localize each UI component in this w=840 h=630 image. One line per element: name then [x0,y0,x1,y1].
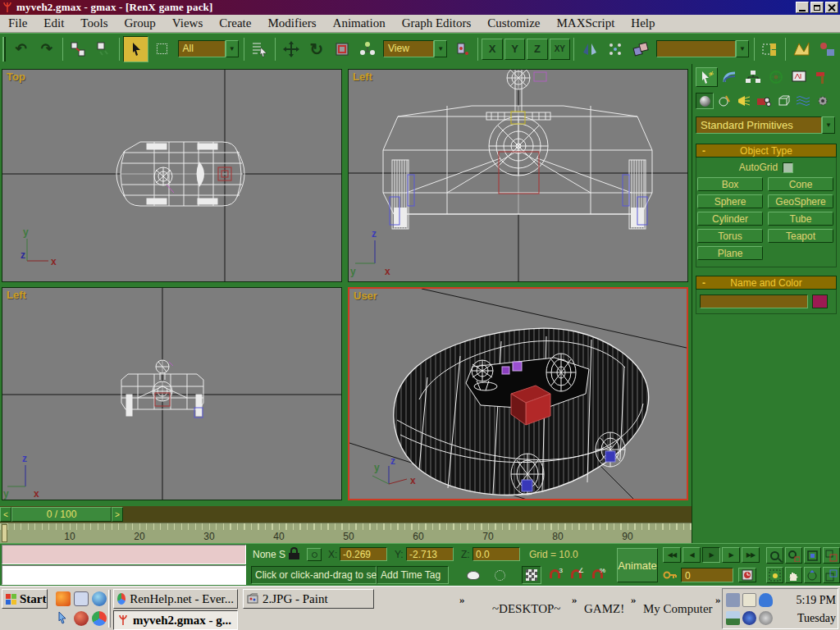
tray-clock-icon[interactable] [742,611,756,625]
autogrid-checkbox[interactable] [783,162,793,173]
viewport-label-user[interactable]: User [354,290,377,302]
menu-item-modifiers[interactable]: Modifiers [259,16,324,30]
mail-icon[interactable] [74,591,89,606]
select-and-manipulate-button[interactable] [356,37,380,62]
menu-item-edit[interactable]: Edit [35,16,72,30]
zoom-extents-button[interactable] [804,547,821,564]
tray-speaker-icon[interactable] [759,611,773,625]
close-button[interactable] [825,2,838,13]
zoom-button[interactable] [766,547,783,564]
viewport-left-lower-canvas[interactable]: z y x [2,288,341,500]
animate-button[interactable]: Animate [617,548,658,582]
frame-back-button[interactable]: < [0,507,11,522]
rectangular-selection-region-button[interactable] [150,37,174,62]
category-spacewarps-button[interactable] [794,93,812,109]
zoom-all-button[interactable] [785,547,802,564]
viewport-label-left-upper[interactable]: Left [353,71,372,83]
zoom-extents-all-button[interactable] [823,547,840,564]
toolbar-chevron[interactable]: » [459,593,465,606]
plane-button[interactable]: Plane [697,246,763,260]
tube-button[interactable]: Tube [768,212,833,226]
menu-item-graph-editors[interactable]: Graph Editors [394,16,480,30]
maxscript-mini-listener-pink[interactable] [2,545,246,564]
time-configuration-button[interactable] [738,568,756,582]
viewport-left-lower[interactable]: z y x Left [2,287,342,500]
sphere-button[interactable]: Sphere [697,194,763,208]
dropdown-arrow-icon[interactable]: ▼ [736,40,749,57]
menu-item-animation[interactable]: Animation [325,16,394,30]
menu-item-maxscript[interactable]: MAXScript [548,16,623,30]
select-and-link-icon[interactable] [66,37,90,62]
tab-motion[interactable] [765,67,787,87]
selection-lock-icon[interactable] [289,547,299,560]
select-by-name-button[interactable] [248,37,272,62]
restrict-z-button[interactable]: Z [527,39,547,60]
curve-editor-button[interactable] [789,37,813,62]
menu-item-help[interactable]: Help [623,16,663,30]
gamz-toolbar-label[interactable]: GAMZ! [584,602,624,616]
wheel-rear-right-wireframe[interactable] [596,432,625,467]
mirror-button[interactable] [578,37,601,62]
tab-create[interactable] [696,67,718,87]
primitive-category-dropdown[interactable]: Standard Primitives ▼ [696,116,835,134]
viewport-label-top[interactable]: Top [7,71,25,83]
task-button-paint[interactable]: 2.JPG - Paint [243,589,374,609]
reference-coordinate-dropdown[interactable]: View ▼ [383,40,447,57]
collapse-icon[interactable]: - [696,277,711,289]
toolbar-chevron[interactable]: » [715,593,721,606]
viewport-user-canvas[interactable]: y z x [349,289,687,499]
taskbar-divider[interactable] [108,590,111,628]
unlink-selection-icon[interactable] [92,37,116,62]
task-button-gmax-active[interactable]: myveh2.gmax - g... [113,610,238,630]
current-frame-field[interactable]: 0 [681,568,733,582]
tray-messenger-icon[interactable] [759,593,773,607]
category-shapes-button[interactable] [715,93,733,109]
min-max-toggle-button[interactable] [823,567,840,583]
key-mode-toggle[interactable] [663,568,678,582]
percent-snap-toggle[interactable]: % [592,569,603,578]
use-pivot-center-button[interactable] [450,37,474,62]
previous-frame-button[interactable]: ◀ [682,547,701,563]
category-geometry-button[interactable] [696,93,714,109]
object-color-swatch[interactable] [812,294,828,308]
cylinder-button[interactable]: Cylinder [697,212,763,226]
category-lights-button[interactable] [735,93,753,109]
array-button[interactable] [603,37,627,62]
cone-button[interactable]: Cone [768,177,833,191]
restrict-x-button[interactable]: X [482,39,502,60]
menu-item-views[interactable]: Views [164,16,211,30]
category-cameras-button[interactable] [755,93,773,109]
menu-item-create[interactable]: Create [211,16,259,30]
tab-hierarchy[interactable] [742,67,764,87]
x-coordinate-field[interactable]: -0.269 [340,547,387,561]
dotted-selection-button[interactable] [491,568,509,582]
viewport-user-active[interactable]: y z x User [348,287,688,500]
next-frame-button[interactable]: ▶ [722,547,740,563]
frame-forward-button[interactable]: > [112,507,123,522]
dropdown-arrow-icon[interactable]: ▼ [226,40,239,57]
tab-display[interactable] [788,67,810,87]
toolbar-grip[interactable] [2,37,6,62]
frame-position-marker[interactable] [2,524,7,542]
clock-time[interactable]: 5:19 PM [777,594,836,607]
firefox-icon[interactable] [56,591,71,606]
start-button[interactable]: Start [2,589,48,609]
select-object-button[interactable] [123,36,148,62]
arc-rotate-button[interactable] [804,567,821,583]
goto-end-button[interactable]: ▶▶ [742,547,760,563]
named-selection-sets-button[interactable] [758,37,782,62]
time-slider-track[interactable]: < 0 / 100 > [0,506,692,523]
name-color-rollout-header[interactable]: - Name and Color [696,276,837,290]
goto-start-button[interactable]: ◀◀ [663,547,681,563]
tab-modify[interactable] [719,67,741,87]
add-time-tag[interactable]: Add Time Tag [377,566,449,584]
category-helpers-button[interactable] [774,93,792,109]
time-slider-handle[interactable]: 0 / 100 [11,507,112,522]
angle-snap-toggle[interactable]: ∠ [571,569,582,578]
toolbar-chevron[interactable]: » [572,593,578,606]
category-systems-button[interactable] [814,93,832,109]
viewport-top[interactable]: y z x Top [2,69,342,282]
pointer-icon[interactable] [56,611,71,626]
selection-filter-dropdown[interactable]: All ▼ [178,40,239,57]
wheel-rear-left-wireframe[interactable] [511,454,544,495]
